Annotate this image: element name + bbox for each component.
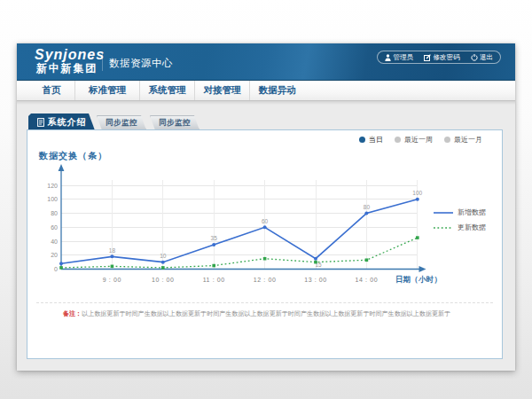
svg-text:日期（小时）: 日期（小时） [395,275,442,284]
app-window: Synjones 新中新集团 数据资源中心 管理员 修改密码 退出 首页 标准管… [17,43,515,371]
tab-system-introduction[interactable]: 系统介绍 [28,113,95,130]
svg-text:60: 60 [51,224,58,231]
legend-item: 更新数据 [434,223,486,232]
time-range-filter: 当日 最近一周 最近一月 [359,135,482,145]
svg-text:120: 120 [47,183,58,189]
svg-text:10: 10 [160,253,167,259]
page-title: 数据资源中心 [109,43,173,81]
tab-label: 系统介绍 [48,116,87,129]
svg-text:0: 0 [54,266,58,272]
brand-logo-text: Synjones [35,47,105,62]
tab-sync-monitor-2[interactable]: 同步监控 [150,115,200,130]
change-password-button[interactable]: 修改密码 [424,53,460,62]
tab-sync-monitor-1[interactable]: 同步监控 [97,115,146,130]
tab-label: 同步监控 [159,118,191,129]
edit-icon [424,54,431,61]
y-axis-title: 数据交换（条） [39,150,107,162]
radio-unselected-icon [395,137,401,143]
nav-item-home[interactable]: 首页 [17,81,74,100]
svg-text:80: 80 [51,210,58,216]
footnote-text: 以上数据更新于时间产生数据以上数据更新于时间产生数据以上数据更新于时间产生数据以… [82,310,450,317]
user-menu[interactable]: 管理员 [385,53,413,62]
nav-item-data-change[interactable]: 数据异动 [249,81,304,100]
legend-swatch [434,211,453,215]
svg-text:18: 18 [109,247,116,254]
svg-text:10 : 00: 10 : 00 [152,277,175,283]
header-divider [102,53,103,71]
logout-button[interactable]: 退出 [471,53,494,62]
line-chart: 0204060801001209 : 0010 : 0011 : 0012 : … [27,130,502,358]
user-icon [385,54,391,61]
svg-text:60: 60 [262,218,269,224]
document-icon [37,118,44,127]
filter-label: 最近一周 [404,135,433,145]
legend-item: 新增数据 [434,207,486,217]
user-name: 管理员 [394,53,414,62]
company-name: 新中新集团 [36,62,105,74]
note-divider [36,302,493,303]
user-toolbar: 管理员 修改密码 退出 [377,51,501,64]
filter-option-last-week[interactable]: 最近一周 [395,135,433,145]
tab-label: 同步监控 [106,118,137,129]
app-header: Synjones 新中新集团 数据资源中心 管理员 修改密码 退出 [17,43,515,81]
svg-text:40: 40 [51,239,58,245]
filter-label: 当日 [369,135,383,145]
filter-option-last-month[interactable]: 最近一月 [444,135,482,145]
nav-item-standard-management[interactable]: 标准管理 [74,81,139,100]
svg-text:100: 100 [47,196,58,202]
legend-label: 新增数据 [458,207,486,217]
chart-panel: 0204060801001209 : 0010 : 0011 : 0012 : … [27,129,503,359]
svg-text:14 : 00: 14 : 00 [356,277,379,283]
svg-text:11 : 00: 11 : 00 [203,277,225,283]
svg-text:20: 20 [51,252,58,258]
nav-item-interface-management[interactable]: 对接管理 [194,81,249,100]
change-password-label: 修改密码 [434,53,460,62]
logout-label: 退出 [480,53,493,62]
chart-legend: 新增数据更新数据 [434,207,486,232]
radio-selected-icon [359,137,365,143]
svg-text:12 : 00: 12 : 00 [254,277,277,283]
nav-item-system-management[interactable]: 系统管理 [139,81,194,100]
radio-unselected-icon [444,137,450,143]
filter-option-today[interactable]: 当日 [359,135,383,145]
filter-label: 最近一月 [454,135,482,145]
main-nav: 首页 标准管理 系统管理 对接管理 数据异动 [17,81,515,101]
logo: Synjones 新中新集团 [35,47,105,74]
legend-swatch [434,226,453,230]
footnote: 备注：以上数据更新于时间产生数据以上数据更新于时间产生数据以上数据更新于时间产生… [63,309,450,318]
svg-text:80: 80 [364,204,371,210]
footnote-prefix: 备注： [63,310,82,317]
svg-text:35: 35 [211,235,218,241]
content-area: 系统介绍 同步监控 同步监控 0204060801001209 : 0010 :… [17,101,515,371]
svg-text:100: 100 [412,190,422,196]
power-icon [471,54,478,61]
svg-text:9 : 00: 9 : 00 [103,277,121,283]
svg-text:13 : 00: 13 : 00 [304,277,327,283]
legend-label: 更新数据 [458,223,486,232]
